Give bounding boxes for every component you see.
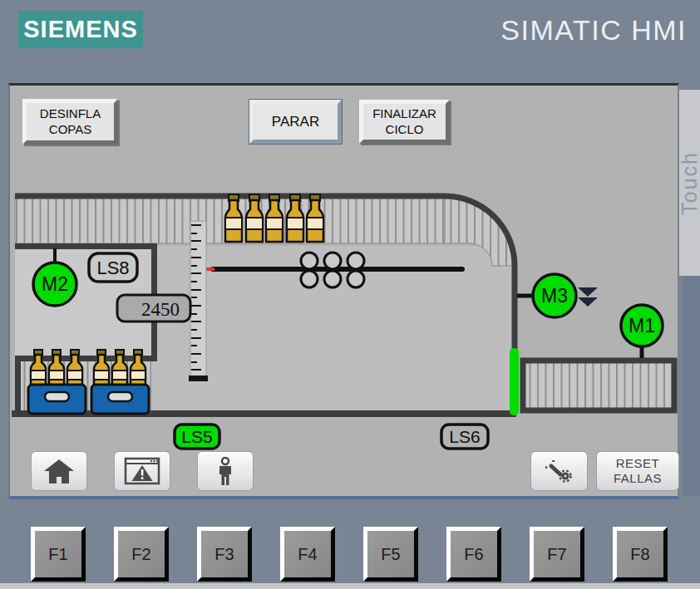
reset-fallas-button[interactable]: RESET FALLAS [596,451,679,491]
sensor-ls6: LS6 [441,425,488,449]
vertical-scale [189,221,208,381]
alarm-window-icon [124,457,160,485]
bezel-dark-panel [683,276,700,496]
function-key-f3[interactable]: F3 [197,527,252,582]
position-value: 2450 [141,299,180,320]
motor-m1: M1 [621,305,663,358]
alarm-button[interactable] [114,451,170,491]
desinfla-copas-label-2: COPAS [49,122,91,138]
position-value-box: 2450 [117,295,190,321]
home-icon [43,459,75,484]
double-down-arrow-icon [578,287,598,307]
hmi-screen: 2450 LS8 M2 M3 [8,83,679,499]
desinfla-copas-label-1: DESINFLA [40,106,101,122]
roller-set [301,253,364,287]
operator-button[interactable] [197,451,254,491]
service-icon [545,460,574,483]
chamber-top-wall [15,243,157,249]
bezel-bottom-strip [0,583,700,589]
function-key-f2[interactable]: F2 [114,527,169,582]
crate-1 [28,350,86,414]
outfeed-conveyor [523,361,674,410]
finalizar-ciclo-button[interactable]: FINALIZAR CICLO [359,100,450,144]
desinfla-copas-button[interactable]: DESINFLA COPAS [22,99,118,145]
service-button[interactable] [530,451,588,491]
motor-m3: M3 [517,274,576,317]
function-key-f8[interactable]: F8 [613,527,668,582]
touch-bezel-strip: Touch [679,90,700,276]
home-button[interactable] [31,451,87,491]
function-key-f5[interactable]: F5 [363,527,418,582]
crate-2 [91,350,149,414]
function-key-f6[interactable]: F6 [446,527,501,582]
sensor-ls8-label: LS8 [96,258,129,278]
finalizar-ciclo-label-1: FINALIZAR [372,106,436,122]
sensor-ls5: LS5 [175,425,219,449]
siemens-logo: SIEMENS [18,11,143,48]
process-mimic: 2450 LS8 M2 M3 [10,86,678,496]
function-key-f7[interactable]: F7 [530,527,584,582]
motor-m1-label: M1 [629,315,655,336]
sensor-ls5-label: LS5 [181,427,212,446]
floor-line [12,410,516,417]
reset-fallas-label-2: FALLAS [614,471,662,486]
product-title: SIMATIC HMI [500,14,687,47]
operator-icon [216,457,234,486]
gate-indicator [510,348,519,415]
chamber-left-wall [15,356,21,415]
touch-bezel-label: Touch [678,151,700,215]
motor-m3-label: M3 [541,285,568,307]
motor-m2-label: M2 [42,273,68,295]
function-key-f1[interactable]: F1 [31,527,86,582]
sensor-ls6-label: LS6 [449,427,480,446]
function-key-f4[interactable]: F4 [280,527,335,582]
parar-button[interactable]: PARAR [249,100,342,144]
reset-fallas-label-1: RESET [616,456,660,471]
parar-label: PARAR [272,113,319,130]
finalizar-ciclo-label-2: CICLO [386,122,424,138]
